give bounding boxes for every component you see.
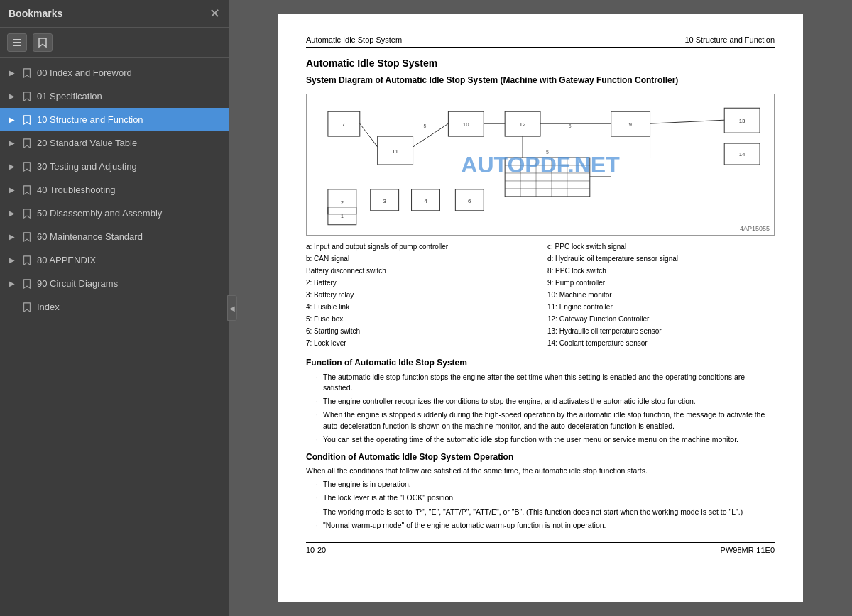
function-bullet: When the engine is stopped suddenly duri… xyxy=(316,409,775,431)
bookmark-icon-idx xyxy=(21,302,33,312)
svg-text:6: 6 xyxy=(569,123,572,128)
function-bullets: The automatic idle stop function stops t… xyxy=(316,372,775,445)
bookmark-icon-20 xyxy=(21,138,33,148)
header-right-text: 10 Structure and Function xyxy=(684,35,775,44)
bookmark-item-00[interactable]: ▶ 00 Index and Foreword xyxy=(0,61,229,84)
bookmark-label-01: 01 Specification xyxy=(37,91,223,101)
toolbar-btn-list[interactable] xyxy=(7,33,27,52)
toolbar-btn-bookmark[interactable] xyxy=(33,33,53,52)
legend-item-left: 5: Fuse box xyxy=(306,314,533,325)
bookmark-arrow-20: ▶ xyxy=(7,139,17,147)
legend-item-right: 9: Pump controller xyxy=(547,277,775,289)
section-title: System Diagram of Automatic Idle Stop Sy… xyxy=(306,75,775,87)
svg-text:12: 12 xyxy=(520,121,526,128)
function-bullet: The engine controller recognizes the con… xyxy=(316,396,775,407)
bookmark-arrow-10: ▶ xyxy=(7,116,17,123)
legend-item-right: 11: Engine controller xyxy=(547,302,775,313)
legend-item-right: c: PPC lock switch signal xyxy=(547,241,775,253)
bookmark-icon-40 xyxy=(21,185,33,195)
bookmark-label-80: 80 APPENDIX xyxy=(37,255,223,265)
svg-text:2: 2 xyxy=(341,199,344,206)
svg-rect-1 xyxy=(13,42,21,43)
bookmark-icon-50 xyxy=(21,209,33,219)
collapse-panel-button[interactable]: ◀ xyxy=(227,295,237,321)
legend-item-right: 8: PPC lock switch xyxy=(547,265,775,277)
svg-line-38 xyxy=(413,123,449,147)
bookmark-arrow-00: ▶ xyxy=(7,69,17,77)
bookmark-arrow-01: ▶ xyxy=(7,92,17,100)
bookmark-label-50: 50 Disassembly and Assembly xyxy=(37,208,223,219)
bookmark-label-10: 10 Structure and Function xyxy=(37,114,223,125)
condition-heading: Condition of Automatic Idle Stop System … xyxy=(306,452,775,462)
bookmark-item-20[interactable]: ▶ 20 Standard Value Table xyxy=(0,131,229,155)
bookmark-label-60: 60 Maintenance Standard xyxy=(37,231,223,242)
main-content: Automatic Idle Stop System 10 Structure … xyxy=(229,0,852,616)
svg-text:6: 6 xyxy=(468,198,471,204)
bookmark-label-30: 30 Testing and Adjusting xyxy=(37,161,223,172)
condition-bullet: "Normal warm-up mode" of the engine auto… xyxy=(316,520,775,531)
legend-item-left: 6: Starting switch xyxy=(306,326,533,337)
svg-text:1: 1 xyxy=(341,214,344,219)
condition-bullets: The engine is in operation.The lock leve… xyxy=(316,479,775,531)
svg-text:11: 11 xyxy=(392,148,398,155)
svg-text:13: 13 xyxy=(739,118,746,124)
condition-bullet: The lock lever is at the "LOCK" position… xyxy=(316,493,775,503)
sidebar-header: Bookmarks ✕ xyxy=(0,0,229,28)
bookmark-arrow-60: ▶ xyxy=(7,233,17,241)
bookmark-item-10[interactable]: ▶ 10 Structure and Function xyxy=(0,108,229,131)
svg-text:10: 10 xyxy=(463,121,469,128)
svg-rect-0 xyxy=(13,39,21,40)
sidebar: Bookmarks ✕ ▶ 00 Index and Foreword▶ 01 … xyxy=(0,0,229,616)
sidebar-toolbar xyxy=(0,28,229,58)
page-container: Automatic Idle Stop System 10 Structure … xyxy=(278,14,803,602)
legend-item-left: b: CAN signal xyxy=(306,253,533,265)
footer-right: PW98MR-11E0 xyxy=(721,546,775,554)
function-bullet: The automatic idle stop function stops t… xyxy=(316,372,775,393)
bookmark-item-50[interactable]: ▶ 50 Disassembly and Assembly xyxy=(0,202,229,225)
svg-line-41 xyxy=(650,120,725,123)
condition-bullet: The engine is in operation. xyxy=(316,479,775,490)
svg-text:4: 4 xyxy=(424,198,427,204)
legend-item-right: d: Hydraulic oil temperature sensor sign… xyxy=(547,253,775,265)
bookmark-list: ▶ 00 Index and Foreword▶ 01 Specificatio… xyxy=(0,58,229,616)
bookmark-label-90: 90 Circuit Diagrams xyxy=(37,278,223,289)
bookmark-arrow-80: ▶ xyxy=(7,256,17,264)
diagram-reference: 4AP15055 xyxy=(740,225,770,232)
bookmark-label-20: 20 Standard Value Table xyxy=(37,138,223,148)
legend-grid: a: Input and output signals of pump cont… xyxy=(306,241,775,349)
bookmark-item-40[interactable]: ▶ 40 Troubleshooting xyxy=(0,178,229,202)
legend-item-left: a: Input and output signals of pump cont… xyxy=(306,241,533,253)
bookmark-icon-90 xyxy=(21,279,33,289)
bookmark-label-idx: Index xyxy=(37,302,223,312)
bookmark-icon-00 xyxy=(21,68,33,78)
svg-text:7: 7 xyxy=(342,121,346,128)
bookmark-arrow-90: ▶ xyxy=(7,280,17,287)
svg-text:5: 5 xyxy=(424,123,427,128)
system-diagram: 7 11 10 12 9 13 xyxy=(306,94,775,236)
svg-text:14: 14 xyxy=(739,151,746,158)
bookmark-label-00: 00 Index and Foreword xyxy=(37,67,223,78)
bookmark-item-60[interactable]: ▶ 60 Maintenance Standard xyxy=(0,225,229,248)
bookmark-item-90[interactable]: ▶ 90 Circuit Diagrams xyxy=(0,272,229,295)
function-heading: Function of Automatic Idle Stop System xyxy=(306,358,775,368)
header-left-text: Automatic Idle Stop System xyxy=(306,35,402,44)
bookmark-item-30[interactable]: ▶ 30 Testing and Adjusting xyxy=(0,155,229,178)
legend-item-left: 2: Battery xyxy=(306,277,533,289)
bookmark-item-80[interactable]: ▶ 80 APPENDIX xyxy=(0,248,229,272)
footer-left: 10-20 xyxy=(306,546,326,554)
legend-item-right: 10: Machine monitor xyxy=(547,290,775,301)
page-footer: 10-20 PW98MR-11E0 xyxy=(306,542,775,554)
legend-item-left: 3: Battery relay xyxy=(306,290,533,301)
bookmark-item-idx[interactable]: Index xyxy=(0,295,229,319)
svg-text:3: 3 xyxy=(383,198,386,204)
condition-intro: When all the conditions that follow are … xyxy=(306,466,775,475)
bookmark-icon-30 xyxy=(21,162,33,172)
bookmark-icon-10 xyxy=(21,115,33,125)
bookmark-item-01[interactable]: ▶ 01 Specification xyxy=(0,84,229,108)
close-icon[interactable]: ✕ xyxy=(209,7,220,20)
legend-item-left: Battery disconnect switch xyxy=(306,265,533,277)
legend-item-left: 7: Lock lever xyxy=(306,338,533,349)
legend-item-right: 12: Gateway Function Controller xyxy=(547,314,775,325)
condition-bullet: The working mode is set to "P", "E", "AT… xyxy=(316,507,775,517)
doc-title: Automatic Idle Stop System xyxy=(306,57,775,69)
